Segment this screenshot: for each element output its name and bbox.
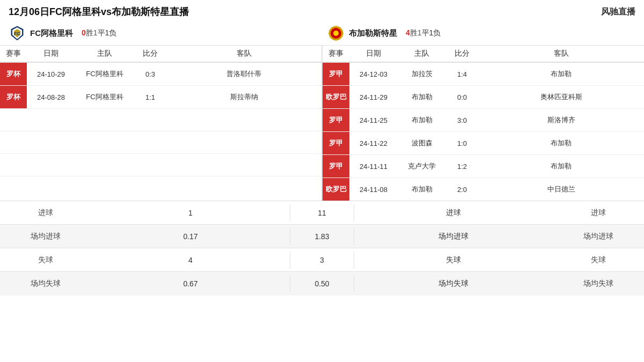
col-score-right: 比分 [446, 46, 478, 62]
match-home: 布加勒 [398, 90, 446, 104]
match-date: 24-08-28 [27, 91, 75, 104]
match-away: 斯洛博齐 [478, 113, 644, 127]
match-away: 中日德兰 [478, 182, 644, 196]
col-headers-right: 赛事 日期 主队 比分 客队 [323, 46, 644, 62]
col-date-left: 日期 [27, 46, 75, 62]
stats-row: 失球 4 3 失球 失球 [0, 248, 644, 272]
match-away: 奥林匹亚科斯 [478, 90, 644, 104]
col-match-type-right: 赛事 [323, 46, 349, 62]
stats-val-right: 失球 [354, 251, 553, 269]
match-away: 布加勒 [478, 67, 644, 81]
match-badge: 罗杯 [0, 86, 27, 108]
stats-label-right: 进球 [553, 204, 644, 222]
stats-val-left: 4 [91, 252, 290, 269]
match-date: 24-12-03 [349, 68, 398, 80]
left-empty-row [0, 131, 321, 154]
left-match-row: 罗杯 24-10-29 FC阿格里科 0:3 普洛耶什蒂 [0, 63, 321, 86]
match-home: 布加勒 [398, 182, 446, 196]
match-badge: 罗杯 [0, 63, 27, 85]
match-score: 1:0 [446, 137, 478, 150]
match-badge: 罗甲 [323, 132, 349, 154]
match-badge: 欧罗巴 [323, 178, 349, 201]
match-away: 布加勒 [478, 159, 644, 173]
right-match-row: 罗甲 24-12-03 加拉茨 1:4 布加勒 [323, 63, 644, 86]
stats-label-right: 失球 [553, 251, 644, 269]
matches-area: 罗杯 24-10-29 FC阿格里科 0:3 普洛耶什蒂 罗杯 24-08-28… [0, 63, 644, 201]
match-home: 布加勒 [398, 113, 446, 127]
page-title: 12月06日FC阿格里科vs布加勒斯特星直播 [9, 5, 189, 18]
stats-label-left: 场均进球 [0, 227, 91, 246]
match-date: 24-11-11 [349, 160, 398, 173]
stats-val-mid: 11 [290, 204, 354, 221]
match-home: 克卢大学 [398, 159, 446, 173]
team-right-name: 布加勒斯特星 [349, 28, 397, 39]
team-left-header: FC FC阿格里科 0胜1平1负 [9, 25, 317, 42]
left-empty-row [0, 176, 321, 199]
stats-val-left: 0.17 [91, 228, 290, 245]
stats-label-right: 场均失球 [553, 275, 644, 293]
match-home: FC阿格里科 [75, 90, 134, 104]
col-match-type-left: 赛事 [0, 46, 27, 62]
match-badge: 罗甲 [323, 155, 349, 178]
stats-val-right: 场均失球 [354, 275, 553, 293]
match-badge: 欧罗巴 [323, 86, 349, 108]
svg-text:FC: FC [14, 31, 20, 36]
stats-label-left: 失球 [0, 251, 91, 269]
match-away: 斯拉蒂纳 [166, 90, 321, 104]
stats-area: 进球 1 11 进球 进球 场均进球 0.17 1.83 场均进球 场均进球 失… [0, 201, 644, 295]
stats-row: 进球 1 11 进球 进球 [0, 201, 644, 225]
stats-val-right: 进球 [354, 204, 553, 222]
col-away-right: 客队 [478, 46, 644, 62]
match-home: 波图森 [398, 136, 446, 150]
match-home: 加拉茨 [398, 67, 446, 81]
stats-val-left: 1 [91, 204, 290, 221]
col-headers-left: 赛事 日期 主队 比分 客队 [0, 46, 321, 62]
match-home: FC阿格里科 [75, 67, 134, 81]
header: 12月06日FC阿格里科vs布加勒斯特星直播 风驰直播 [0, 0, 644, 21]
col-date-right: 日期 [349, 46, 398, 62]
team-left-logo-icon: FC [9, 25, 26, 42]
match-date: 24-11-29 [349, 91, 398, 104]
match-away: 布加勒 [478, 136, 644, 150]
stats-label-left: 进球 [0, 204, 91, 222]
match-date: 24-11-08 [349, 183, 398, 196]
stats-val-left: 0.67 [91, 275, 290, 292]
match-score: 1:2 [446, 160, 478, 173]
right-match-row: 罗甲 24-11-25 布加勒 3:0 斯洛博齐 [323, 109, 644, 132]
match-score: 0:0 [446, 91, 478, 104]
left-empty-row [0, 109, 321, 131]
stats-val-mid: 1.83 [290, 228, 354, 245]
left-empty-row [0, 154, 321, 176]
match-badge: 罗甲 [323, 109, 349, 131]
right-match-row: 罗甲 24-11-22 波图森 1:0 布加勒 [323, 132, 644, 155]
right-match-row: 欧罗巴 24-11-29 布加勒 0:0 奥林匹亚科斯 [323, 86, 644, 109]
team-right-logo-icon [327, 25, 345, 42]
match-away: 普洛耶什蒂 [166, 67, 321, 81]
match-score: 3:0 [446, 114, 478, 127]
right-match-row: 欧罗巴 24-11-08 布加勒 2:0 中日德兰 [323, 178, 644, 201]
stats-val-mid: 3 [290, 252, 354, 269]
matches-right: 罗甲 24-12-03 加拉茨 1:4 布加勒 欧罗巴 24-11-29 布加勒… [323, 63, 644, 201]
stats-val-mid: 0.50 [290, 275, 354, 292]
column-headers: 赛事 日期 主队 比分 客队 赛事 日期 主队 比分 客队 [0, 46, 644, 63]
col-score-left: 比分 [134, 46, 166, 62]
team-right-record: 4胜1平1负 [406, 28, 441, 38]
col-home-left: 主队 [75, 46, 134, 62]
svg-point-6 [333, 31, 339, 36]
match-date: 24-10-29 [27, 68, 75, 80]
team-right-header: 布加勒斯特星 4胜1平1负 [317, 25, 635, 42]
match-score: 0:3 [134, 68, 166, 80]
stats-label-right: 场均进球 [553, 227, 644, 246]
col-away-left: 客队 [166, 46, 321, 62]
stats-label-left: 场均失球 [0, 275, 91, 293]
match-date: 24-11-22 [349, 137, 398, 150]
match-date: 24-11-25 [349, 114, 398, 127]
stats-row: 场均失球 0.67 0.50 场均失球 场均失球 [0, 272, 644, 295]
left-match-row: 罗杯 24-08-28 FC阿格里科 1:1 斯拉蒂纳 [0, 86, 321, 109]
col-home-right: 主队 [398, 46, 446, 62]
team-left-record: 0胜1平1负 [82, 28, 116, 38]
match-score: 1:1 [134, 91, 166, 104]
match-score: 1:4 [446, 68, 478, 80]
matches-left: 罗杯 24-10-29 FC阿格里科 0:3 普洛耶什蒂 罗杯 24-08-28… [0, 63, 321, 201]
brand-label: 风驰直播 [601, 6, 635, 18]
